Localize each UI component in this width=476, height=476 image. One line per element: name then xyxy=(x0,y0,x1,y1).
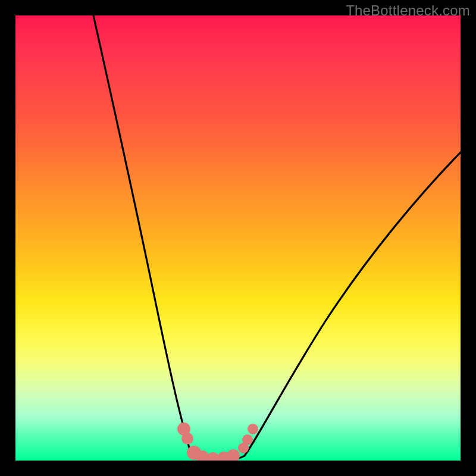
svg-point-1 xyxy=(181,433,193,444)
svg-point-9 xyxy=(248,424,258,434)
watermark-text: TheBottleneck.com xyxy=(346,2,470,19)
curve-layer xyxy=(15,15,461,461)
outer-frame: TheBottleneck.com xyxy=(0,0,476,476)
plot-area xyxy=(15,15,461,461)
svg-point-6 xyxy=(227,449,240,461)
svg-point-8 xyxy=(242,434,253,445)
bottleneck-curve xyxy=(93,15,461,461)
